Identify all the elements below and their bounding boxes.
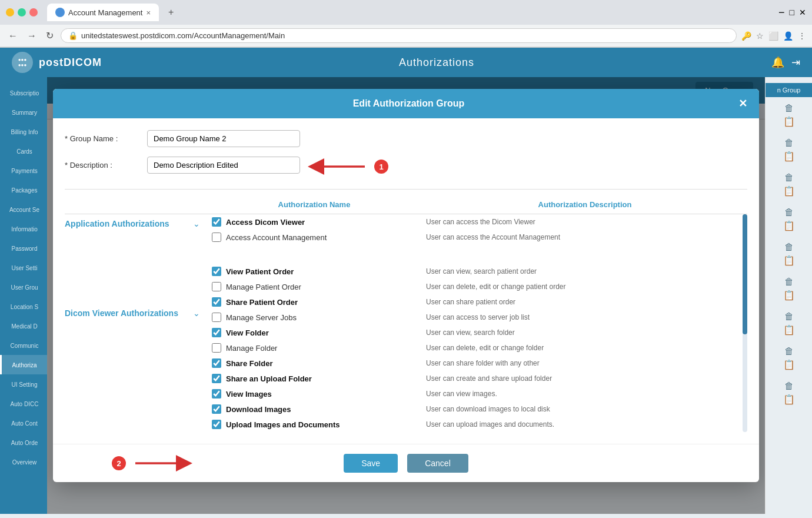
copy-button-5[interactable]: 📋 (783, 255, 795, 266)
delete-button-8[interactable]: 🗑 (784, 346, 794, 357)
scrollbar-track[interactable] (743, 214, 747, 432)
sidebar-item-auto-orde[interactable]: Auto Orde (0, 433, 47, 452)
logo-icon: ●●●●●● (12, 52, 33, 73)
delete-button-3[interactable]: 🗑 (784, 172, 794, 183)
scrollbar-thumb[interactable] (743, 214, 747, 334)
auth-item-view-images: View Images User can view images. (212, 386, 747, 401)
save-button[interactable]: Save (344, 454, 398, 473)
right-action-delete-8: 🗑 📋 (766, 341, 812, 375)
window-minimize-icon[interactable]: − (778, 6, 785, 19)
copy-button-2[interactable]: 📋 (783, 151, 795, 162)
cancel-button[interactable]: Cancel (407, 454, 468, 473)
delete-button-4[interactable]: 🗑 (784, 207, 794, 218)
sidebar-item-authoriza[interactable]: Authoriza (0, 355, 47, 374)
sidebar-item-auto-dicc[interactable]: Auto DICC (0, 394, 47, 413)
manage-folder-checkbox[interactable] (212, 343, 221, 353)
sidebar-item-password[interactable]: Password (0, 238, 47, 258)
window-close-icon[interactable]: ✕ (799, 8, 806, 17)
forward-button[interactable]: → (25, 28, 39, 44)
lock-icon: 🔒 (68, 31, 78, 40)
dicom-auth-items: View Patient Order User can view, search… (212, 264, 747, 432)
favicon (55, 8, 65, 17)
sidebar-item-medical[interactable]: Medical D (0, 316, 47, 336)
share-upload-checkbox[interactable] (212, 374, 221, 383)
share-patient-checkbox[interactable] (212, 297, 221, 307)
logo-text: postDICOM (39, 57, 102, 69)
copy-button-1[interactable]: 📋 (783, 116, 795, 127)
access-account-checkbox[interactable] (212, 233, 221, 242)
access-dicom-checkbox[interactable] (212, 217, 221, 227)
extension-icon[interactable]: ⬜ (768, 31, 778, 41)
profile-icon[interactable]: 👤 (783, 31, 793, 41)
sidebar-item-information[interactable]: Informatio (0, 219, 47, 238)
back-button[interactable]: ← (6, 28, 20, 44)
view-images-checkbox[interactable] (212, 389, 221, 399)
main-layout: Subscriptio Summary Billing Info Cards P… (0, 77, 812, 514)
menu-icon[interactable]: ⋮ (798, 31, 806, 41)
copy-button-9[interactable]: 📋 (783, 394, 795, 405)
sidebar-item-subscription[interactable]: Subscriptio (0, 83, 47, 102)
copy-button-6[interactable]: 📋 (783, 290, 795, 301)
sidebar-item-user-groups[interactable]: User Grou (0, 277, 47, 297)
delete-button-5[interactable]: 🗑 (784, 242, 794, 253)
view-folder-label: View Folder (226, 328, 269, 337)
copy-button-8[interactable]: 📋 (783, 359, 795, 370)
manage-patient-checkbox[interactable] (212, 282, 221, 291)
new-tab-button[interactable]: + (162, 4, 179, 21)
auth-name-column-header: Authorization Name (206, 200, 422, 209)
address-bar: ← → ↻ 🔒 unitedstateswest.postdicom.com/A… (0, 25, 812, 47)
delete-button-9[interactable]: 🗑 (784, 381, 794, 391)
close-window-button[interactable] (29, 8, 38, 16)
logout-icon[interactable]: ⇥ (791, 56, 800, 69)
star-icon[interactable]: ☆ (756, 31, 764, 41)
delete-button-7[interactable]: 🗑 (784, 311, 794, 322)
copy-button-3[interactable]: 📋 (783, 185, 795, 197)
section-spacer (212, 254, 747, 264)
url-bar[interactable]: 🔒 unitedstateswest.postdicom.com/Account… (61, 28, 737, 43)
sidebar-item-cards[interactable]: Cards (0, 141, 47, 161)
modal-footer: 2 Save Cancel (53, 444, 759, 482)
window-restore-icon[interactable]: □ (790, 8, 794, 17)
dicom-auth-group-header[interactable]: Dicom Viewer Authorizations ⌄ (65, 304, 200, 323)
reload-button[interactable]: ↻ (44, 28, 56, 44)
manage-patient-label: Manage Patient Order (226, 283, 301, 291)
sidebar-item-location[interactable]: Location S (0, 297, 47, 316)
right-action-delete-1: 🗑 📋 (766, 98, 812, 132)
sidebar-item-packages[interactable]: Packages (0, 180, 47, 200)
sidebar-item-user-settings[interactable]: User Setti (0, 258, 47, 277)
copy-button-7[interactable]: 📋 (783, 324, 795, 336)
description-input[interactable] (147, 157, 300, 174)
annotation-2-area: 2 (112, 454, 200, 472)
minimize-button[interactable] (6, 8, 14, 16)
sidebar-item-payments[interactable]: Payments (0, 161, 47, 180)
maximize-button[interactable] (18, 8, 26, 16)
delete-button-1[interactable]: 🗑 (784, 103, 794, 114)
sidebar-item-communic[interactable]: Communic (0, 336, 47, 355)
view-folder-checkbox[interactable] (212, 328, 221, 337)
view-patient-checkbox[interactable] (212, 267, 221, 276)
share-folder-checkbox[interactable] (212, 358, 221, 368)
auth-item-access-dicom: Access Dicom Viewer User can access the … (212, 214, 747, 230)
app-auth-chevron-icon: ⌄ (193, 219, 200, 228)
manage-server-checkbox[interactable] (212, 313, 221, 322)
manage-server-desc: User can access to server job list (426, 313, 530, 321)
copy-button-4[interactable]: 📋 (783, 220, 795, 231)
delete-button-2[interactable]: 🗑 (784, 138, 794, 148)
group-name-input[interactable] (147, 130, 300, 147)
delete-button-6[interactable]: 🗑 (784, 277, 794, 287)
notification-icon[interactable]: 🔔 (771, 56, 784, 69)
view-patient-label: View Patient Order (226, 267, 294, 276)
sidebar-item-summary[interactable]: Summary (0, 102, 47, 122)
modal-close-button[interactable]: ✕ (738, 97, 747, 110)
sidebar-item-overview[interactable]: Overview (0, 452, 47, 471)
sidebar-item-auto-cont[interactable]: Auto Cont (0, 413, 47, 433)
app-auth-group-header[interactable]: Application Authorizations ⌄ (65, 214, 200, 233)
manage-folder-label: Manage Folder (226, 344, 277, 353)
dicom-auth-chevron-icon: ⌄ (193, 308, 200, 318)
download-images-checkbox[interactable] (212, 404, 221, 414)
upload-images-checkbox[interactable] (212, 420, 221, 429)
sidebar-item-ui-settings[interactable]: UI Setting (0, 374, 47, 394)
sidebar-item-account-se[interactable]: Account Se (0, 200, 47, 219)
sidebar-item-billing[interactable]: Billing Info (0, 122, 47, 141)
close-tab-button[interactable]: × (146, 8, 151, 17)
